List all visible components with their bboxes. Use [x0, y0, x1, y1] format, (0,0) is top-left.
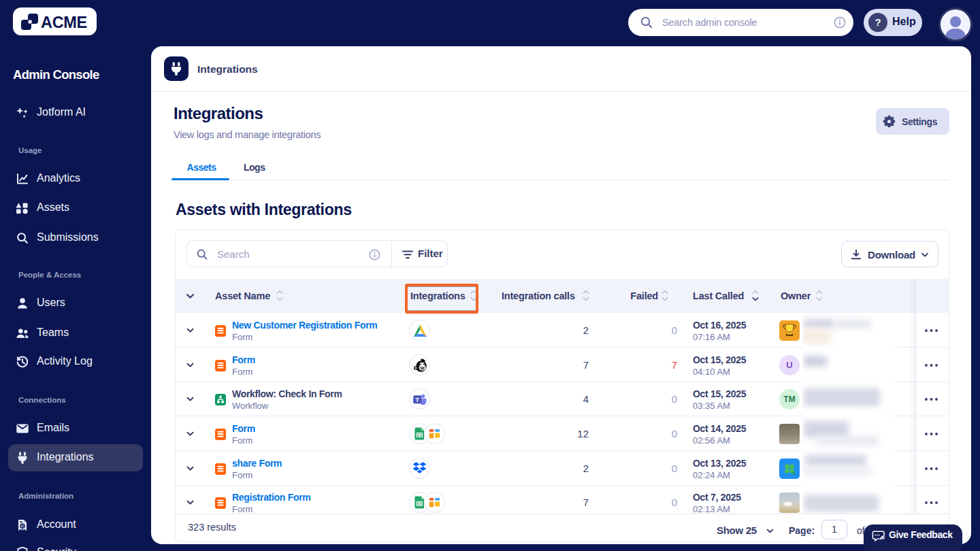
svg-text:T: T: [415, 396, 419, 403]
svg-text:ACME: ACME: [41, 14, 87, 31]
svg-text:$: $: [21, 523, 24, 529]
